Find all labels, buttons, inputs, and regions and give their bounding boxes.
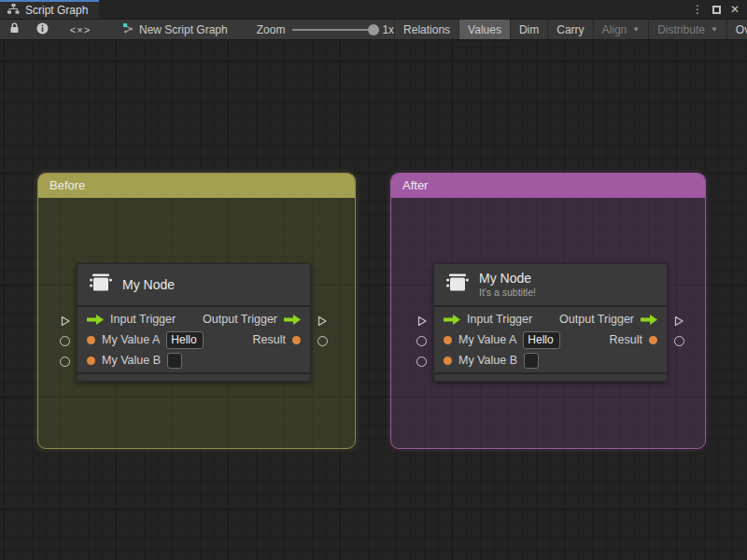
result-label: Result — [610, 333, 642, 346]
unit-icon — [445, 272, 470, 298]
node-footer — [434, 372, 667, 381]
port-row: My Value A Result — [78, 329, 310, 350]
info-button[interactable] — [28, 20, 56, 39]
graph-toolbar: <×> New Script Graph Zoom 1x Relations V… — [0, 20, 747, 40]
graph-canvas[interactable]: Before After My Node Input T — [0, 40, 747, 560]
value-b-field[interactable] — [167, 353, 182, 369]
output-trigger-label: Output Trigger — [559, 313, 634, 326]
align-label: Align — [602, 23, 627, 36]
value-out-port[interactable] — [674, 336, 684, 346]
node-ports: Input Trigger Output Trigger My Value A … — [78, 307, 310, 372]
zoom-slider[interactable] — [292, 29, 374, 31]
port-row: My Value B — [434, 350, 667, 371]
value-out-icon[interactable] — [292, 336, 301, 344]
code-icon: <×> — [70, 24, 91, 35]
input-trigger-label: Input Trigger — [467, 313, 532, 326]
align-dropdown[interactable]: Align ▼ — [593, 20, 649, 39]
node-title: My Node — [479, 271, 536, 287]
value-in-port[interactable] — [60, 336, 70, 346]
group-before-header[interactable]: Before — [38, 174, 355, 198]
trigger-in-icon[interactable] — [87, 315, 104, 325]
chevron-down-icon: ▼ — [632, 25, 640, 34]
close-icon[interactable]: ✕ — [730, 4, 740, 15]
overview-button[interactable]: Overview — [726, 20, 747, 39]
zoom-control: Zoom 1x — [257, 20, 394, 39]
new-graph-label: New Script Graph — [139, 23, 228, 36]
zoom-label: Zoom — [257, 23, 286, 36]
window-controls: ⋮ ✕ — [692, 0, 747, 19]
zoom-slider-handle[interactable] — [368, 24, 379, 35]
value-out-icon[interactable] — [649, 336, 657, 344]
output-trigger-label: Output Trigger — [203, 313, 277, 326]
node-title: My Node — [122, 277, 175, 293]
value-a-field[interactable] — [523, 331, 560, 349]
value-in-port[interactable] — [60, 357, 70, 367]
chevron-down-icon: ▼ — [711, 25, 718, 34]
tab-script-graph[interactable]: Script Graph — [0, 0, 99, 19]
trigger-in-port[interactable] — [416, 315, 428, 327]
node-ports: Input Trigger Output Trigger My Value A … — [434, 307, 667, 372]
trigger-out-icon[interactable] — [284, 315, 301, 325]
trigger-in-icon[interactable] — [444, 315, 460, 325]
zoom-value: 1x — [382, 23, 394, 36]
titlebar: Script Graph ⋮ ✕ — [0, 0, 747, 20]
value-b-field[interactable] — [524, 353, 539, 369]
new-script-graph-button[interactable]: New Script Graph — [114, 20, 236, 39]
group-after-header[interactable]: After — [391, 174, 705, 198]
hierarchy-icon — [7, 2, 20, 19]
group-after-label: After — [402, 178, 428, 192]
value-in-icon[interactable] — [87, 336, 95, 344]
code-preview-button[interactable]: <×> — [56, 20, 105, 39]
node-header[interactable]: My Node — [78, 264, 310, 307]
value-a-label: My Value A — [458, 333, 516, 346]
result-label: Result — [253, 333, 286, 346]
value-b-label: My Value B — [102, 354, 161, 367]
value-in-icon[interactable] — [444, 336, 452, 344]
port-row: My Value B — [78, 350, 310, 371]
port-row: Input Trigger Output Trigger — [434, 309, 667, 329]
distribute-label: Distribute — [657, 23, 705, 36]
port-row: Input Trigger Output Trigger — [78, 309, 310, 329]
node-header[interactable]: My Node It's a subtitle! — [434, 264, 667, 307]
value-b-label: My Value B — [458, 354, 517, 367]
value-a-field[interactable] — [166, 331, 204, 349]
value-in-icon[interactable] — [87, 357, 95, 365]
kebab-menu-icon[interactable]: ⋮ — [692, 4, 703, 15]
node-my-node-after[interactable]: My Node It's a subtitle! Input Trigger O… — [433, 263, 668, 382]
view-toggle-group: Relations Values Dim Carry Align ▼ Distr… — [394, 20, 747, 39]
tab-title: Script Graph — [25, 4, 88, 17]
graph-asset-icon — [122, 22, 135, 36]
lock-icon — [9, 22, 20, 36]
carry-button[interactable]: Carry — [547, 20, 592, 39]
dim-label: Dim — [519, 23, 539, 36]
value-a-label: My Value A — [102, 333, 160, 346]
node-subtitle: It's a subtitle! — [479, 287, 536, 299]
value-out-port[interactable] — [317, 336, 328, 346]
value-in-port[interactable] — [416, 357, 427, 367]
trigger-out-port[interactable] — [673, 315, 684, 327]
carry-label: Carry — [557, 23, 584, 36]
lock-button[interactable] — [0, 20, 28, 39]
values-label: Values — [468, 23, 501, 36]
group-before-label: Before — [49, 178, 85, 192]
value-in-port[interactable] — [416, 336, 427, 346]
info-icon — [36, 22, 49, 37]
node-my-node-before[interactable]: My Node Input Trigger Output Trigger — [77, 263, 311, 382]
node-footer — [78, 372, 310, 381]
distribute-dropdown[interactable]: Distribute ▼ — [648, 20, 726, 39]
port-row: My Value A Result — [434, 329, 667, 350]
trigger-out-icon[interactable] — [641, 315, 657, 325]
input-trigger-label: Input Trigger — [110, 313, 176, 326]
relations-button[interactable]: Relations — [394, 20, 458, 39]
maximize-icon[interactable] — [712, 6, 721, 14]
overview-label: Overview — [736, 23, 747, 36]
unit-icon — [89, 272, 113, 298]
trigger-out-port[interactable] — [317, 315, 328, 327]
dim-button[interactable]: Dim — [510, 20, 547, 39]
values-button[interactable]: Values — [458, 20, 510, 39]
relations-label: Relations — [403, 23, 450, 36]
trigger-in-port[interactable] — [60, 315, 71, 327]
value-in-icon[interactable] — [444, 357, 452, 365]
